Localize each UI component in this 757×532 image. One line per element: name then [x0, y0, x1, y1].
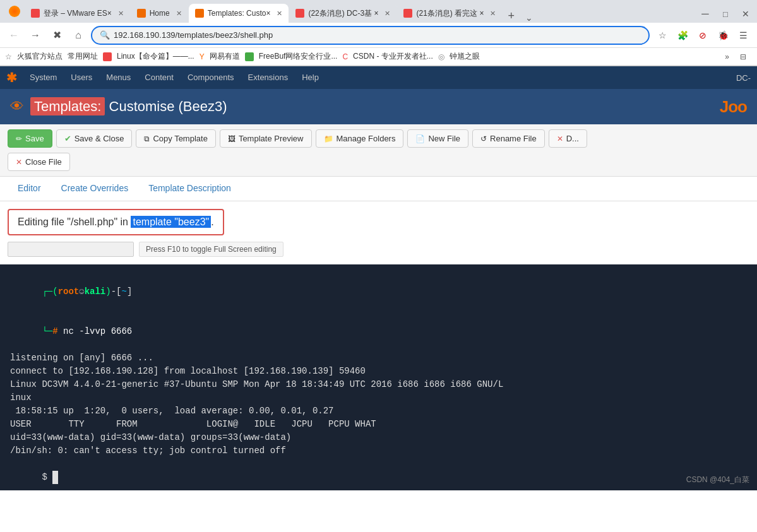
cms-tabs: Editor Create Overrides Template Descrip… [0, 177, 757, 201]
browser-chrome: 登录 – VMware ES× ✕ Home ✕ Templates: Cust… [0, 0, 757, 66]
more-button[interactable]: ✕ D... [549, 129, 587, 148]
terminal-line-1: listening on [any] 6666 ... [10, 352, 747, 365]
new-tab-button[interactable]: + [503, 9, 520, 23]
bookmark-csdn2-icon: C [342, 52, 348, 61]
template-preview-button[interactable]: 🖼 Template Preview [220, 129, 312, 148]
tab-close-1[interactable]: ✕ [118, 9, 124, 18]
nav-components[interactable]: Components [181, 66, 241, 89]
maximize-button[interactable]: □ [717, 5, 734, 23]
forward-button[interactable]: → [27, 27, 44, 44]
bookmark-2[interactable]: 常用网址 [68, 51, 98, 62]
terminal-dollar: $ [42, 472, 52, 482]
browser-toolbar: ← → ✖ ⌂ 🔍 ☆ 🧩 ⊘ 🐞 ☰ [0, 23, 757, 48]
reload-button[interactable]: ✖ [48, 27, 66, 44]
nav-system[interactable]: System [23, 66, 63, 89]
cms-navbar: ✱ System Users Menus Content Components … [0, 66, 757, 89]
bookmark-button[interactable]: ☆ [653, 27, 671, 44]
nav-right-text: DC- [736, 73, 751, 83]
tab-close-3[interactable]: ✕ [277, 9, 282, 18]
cms-container: ✱ System Users Menus Content Components … [0, 66, 757, 264]
terminal-line-4: inux [10, 391, 747, 405]
tab-create-overrides[interactable]: Create Overrides [51, 177, 139, 201]
terminal-line-7: uid=33(www-data) gid=33(www-data) groups… [10, 431, 747, 444]
toolbar-row-2: ✕ Close File [8, 153, 749, 171]
search-icon: 🔍 [100, 30, 110, 40]
tab-close-2[interactable]: ✕ [176, 9, 182, 18]
tab-favicon-4 [295, 9, 304, 18]
web-dev-button[interactable]: 🐞 [714, 27, 732, 44]
bookmarks-icon: ☆ [5, 52, 12, 61]
nav-content[interactable]: Content [138, 66, 180, 89]
bookmark-youdao-icon: Y [200, 52, 205, 61]
tab-2[interactable]: Home ✕ [131, 4, 188, 23]
tab-close-4[interactable]: ✕ [384, 9, 390, 18]
terminal-watermark: CSDN @404_白菜 [686, 475, 749, 485]
editing-text-suffix: . [211, 216, 213, 227]
overflow-menu-button[interactable]: ☰ [734, 27, 752, 44]
tab-bar: 登录 – VMware ES× ✕ Home ✕ Templates: Cust… [0, 0, 757, 23]
terminal-at: ☺ [79, 287, 84, 297]
terminal-line-5: 18:58:15 up 1:20, 0 users, load average:… [10, 405, 747, 418]
tab-editor[interactable]: Editor [8, 177, 51, 201]
manage-folders-button[interactable]: 📁 Manage Folders [316, 129, 404, 148]
bookmark-6[interactable]: CSDN - 专业开发者社... [353, 51, 433, 62]
bookmark-5[interactable]: FreeBuf网络安全行业... [259, 51, 338, 62]
tab-label-1: 登录 – VMware ES× [44, 8, 112, 19]
template-preview-label: Template Preview [239, 134, 304, 143]
nav-help[interactable]: Help [295, 66, 325, 89]
sidebar-toggle[interactable]: ⊟ [734, 48, 752, 66]
tab-1[interactable]: 登录 – VMware ES× ✕ [25, 4, 130, 23]
tab-favicon-2 [137, 9, 146, 18]
tab-4[interactable]: (22条消息) DC-3基 × ✕ [289, 4, 396, 23]
bookmark-7[interactable]: 钟馗之眼 [450, 51, 480, 62]
no-script-button[interactable]: ⊘ [694, 27, 712, 44]
close-file-button[interactable]: ✕ Close File [8, 153, 70, 171]
manage-folders-label: Manage Folders [337, 134, 396, 143]
minimize-button[interactable]: ─ [696, 5, 714, 23]
terminal-bracket-close: ) [105, 287, 110, 297]
terminal-line-6: USER TTY FROM LOGIN@ IDLE JCPU PCPU WHAT [10, 418, 747, 431]
extensions-button[interactable]: 🧩 [674, 27, 691, 44]
save-button[interactable]: ✏ Save [8, 129, 52, 148]
new-file-button[interactable]: 📄 New File [407, 129, 468, 148]
bookmark-3[interactable]: Linux【命令篇】——... [117, 51, 194, 62]
rename-file-button[interactable]: ↺ Rename File [472, 129, 545, 148]
more-label: D... [566, 134, 579, 143]
save-close-button[interactable]: ✔ Save & Close [56, 129, 133, 148]
nav-extensions[interactable]: Extensions [242, 66, 295, 89]
tab-close-5[interactable]: ✕ [490, 9, 496, 18]
rename-file-label: Rename File [490, 134, 537, 143]
tab-favicon-1 [31, 9, 40, 18]
checkmark-icon: ✔ [64, 134, 71, 143]
terminal-prompt-line: ┌─(root☺kali)-[~] [10, 272, 747, 312]
page-title: Templates: Customise (Beez3) [30, 98, 227, 115]
copy-template-button[interactable]: ⧉ Copy Template [136, 129, 215, 148]
address-bar[interactable]: 🔍 [91, 26, 650, 45]
new-file-icon: 📄 [415, 134, 425, 143]
terminal-hash: # [52, 326, 63, 336]
tab-label-4: (22条消息) DC-3基 × [308, 8, 378, 19]
tab-5[interactable]: (21条消息) 看完这 × ✕ [397, 4, 502, 23]
more-bookmarks-button[interactable]: » [725, 52, 729, 61]
home-button[interactable]: ⌂ [69, 27, 87, 44]
save-icon: ✏ [16, 134, 22, 143]
fullscreen-hint: Press F10 to toggle Full Screen editing [139, 242, 283, 257]
bookmark-4[interactable]: 网易有道 [210, 51, 240, 62]
new-file-label: New File [428, 134, 460, 143]
save-close-label: Save & Close [75, 134, 124, 143]
save-label: Save [25, 134, 44, 143]
back-button[interactable]: ← [5, 27, 23, 44]
url-input[interactable] [114, 30, 641, 40]
tab-label-3: Templates: Custo× [208, 9, 271, 18]
terminal[interactable]: ┌─(root☺kali)-[~] └─# nc -lvvp 6666 list… [0, 264, 757, 490]
bookmark-zhongkui-icon: ◎ [438, 52, 444, 61]
tab-3[interactable]: Templates: Custo× ✕ [189, 4, 289, 23]
tab-template-description[interactable]: Template Description [138, 177, 241, 201]
nav-menus[interactable]: Menus [100, 66, 137, 89]
joomla-nav-logo: ✱ [6, 70, 17, 85]
tab-overflow-button[interactable]: ⌄ [520, 13, 538, 23]
cms-header: 👁 Templates: Customise (Beez3) Joo [0, 89, 757, 124]
bookmark-1[interactable]: 火狐官方站点 [17, 51, 63, 62]
nav-users[interactable]: Users [64, 66, 98, 89]
close-button[interactable]: ✕ [737, 5, 754, 23]
